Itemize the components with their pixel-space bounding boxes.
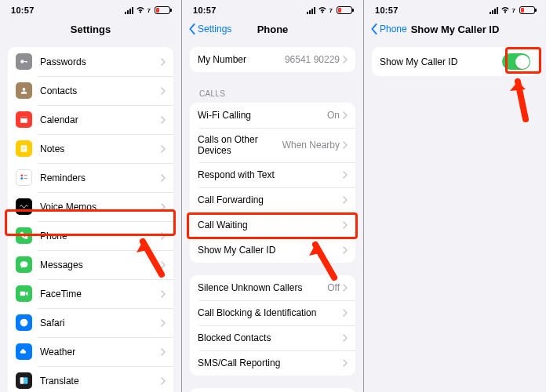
row-label: Passwords [40, 56, 161, 67]
chevron-right-icon [161, 319, 166, 327]
chevron-right-icon [161, 377, 166, 385]
row-label: Phone [40, 230, 161, 241]
svg-rect-12 [24, 175, 27, 176]
battery-icon [337, 6, 352, 14]
row-label: Notes [40, 143, 161, 154]
row-call-waiting[interactable]: Call Waiting [190, 212, 355, 238]
weather-icon [16, 343, 32, 360]
row-label: Respond with Text [198, 169, 343, 180]
status-indicators: 7 [125, 6, 170, 15]
status-bar: 10:57 7 [364, 0, 546, 17]
chevron-right-icon [343, 171, 348, 179]
row-call-forwarding[interactable]: Call Forwarding [190, 187, 355, 212]
page-title: Settings [71, 24, 111, 35]
row-wi-fi-calling[interactable]: Wi-Fi CallingOn [190, 103, 355, 128]
status-time: 10:57 [193, 5, 217, 15]
row-label: Messages [40, 260, 161, 270]
settings-row-messages[interactable]: Messages [8, 250, 173, 279]
row-label: Translate [40, 376, 161, 387]
chevron-right-icon [161, 232, 166, 240]
chevron-right-icon [161, 290, 166, 298]
nav-bar: Settings Phone [182, 17, 363, 41]
settings-row-notes[interactable]: Notes [8, 134, 173, 163]
safari-icon [16, 314, 32, 331]
settings-row-facetime[interactable]: FaceTime [8, 279, 173, 308]
row-blocked-contacts[interactable]: Blocked Contacts [190, 325, 355, 350]
cellular-icon [490, 7, 498, 14]
row-label: Silence Unknown Callers [198, 282, 327, 293]
my-number-row[interactable]: My Number 96541 90229 [190, 47, 355, 72]
row-respond-with-text[interactable]: Respond with Text [190, 162, 355, 187]
facetime-icon [16, 285, 32, 302]
chevron-right-icon [343, 111, 348, 119]
settings-row-translate[interactable]: Translate [8, 366, 173, 392]
contacts-icon [16, 82, 32, 99]
row-label: Weather [40, 347, 161, 358]
row-value: On [327, 110, 340, 121]
settings-row-safari[interactable]: Safari [8, 308, 173, 337]
row-value: Off [327, 282, 340, 293]
row-label: Wi-Fi Calling [198, 110, 327, 121]
settings-list[interactable]: PasswordsContactsCalendarNotesRemindersV… [0, 41, 181, 392]
row-label: Call Blocking & Identification [198, 307, 343, 318]
reminders-icon [16, 169, 32, 186]
back-label: Phone [380, 24, 407, 34]
chevron-right-icon [343, 221, 348, 229]
settings-row-passwords[interactable]: Passwords [8, 47, 173, 76]
settings-row-weather[interactable]: Weather [8, 337, 173, 366]
row-calls-on-other-devices[interactable]: Calls on Other DevicesWhen Nearby [190, 128, 355, 162]
status-indicators: 7 [307, 6, 352, 15]
back-button[interactable]: Phone [370, 24, 407, 34]
nav-bar: Phone Show My Caller ID [364, 17, 546, 41]
dial-assist-row[interactable]: Dial Assist [190, 388, 355, 392]
row-label: Call Forwarding [198, 194, 343, 205]
svg-rect-14 [20, 292, 26, 296]
row-silence-unknown-callers[interactable]: Silence Unknown CallersOff [190, 275, 355, 300]
battery-icon [155, 6, 170, 14]
calendar-icon [16, 111, 32, 128]
svg-rect-13 [24, 178, 27, 179]
chevron-right-icon [161, 174, 166, 182]
settings-screen: 10:57 7 Settings PasswordsContactsCalend… [0, 0, 182, 392]
row-label: My Number [198, 54, 285, 65]
row-show-my-caller-id[interactable]: Show My Caller ID [190, 238, 355, 263]
chevron-right-icon [161, 203, 166, 211]
wifi-icon [500, 6, 510, 15]
show-caller-id-toggle[interactable] [502, 53, 530, 70]
chevron-right-icon [161, 87, 166, 95]
row-call-blocking-identification[interactable]: Call Blocking & Identification [190, 300, 355, 325]
status-time: 10:57 [11, 5, 35, 15]
battery-percent: 7 [512, 7, 515, 14]
row-label: Contacts [40, 85, 161, 96]
messages-icon [16, 256, 32, 273]
wifi-icon [318, 6, 327, 15]
chevron-right-icon [161, 145, 166, 153]
settings-row-voice-memos[interactable]: Voice Memos [8, 192, 173, 221]
settings-row-contacts[interactable]: Contacts [8, 76, 173, 105]
chevron-right-icon [161, 348, 166, 356]
settings-row-reminders[interactable]: Reminders [8, 163, 173, 192]
chevron-right-icon [161, 116, 166, 124]
settings-row-calendar[interactable]: Calendar [8, 105, 173, 134]
row-sms-call-reporting[interactable]: SMS/Call Reporting [190, 350, 355, 376]
row-label: SMS/Call Reporting [198, 358, 343, 368]
row-label: Show My Caller ID [198, 245, 343, 256]
show-caller-id-row[interactable]: Show My Caller ID [372, 47, 538, 76]
row-value: 96541 90229 [285, 54, 340, 65]
settings-row-phone[interactable]: Phone [8, 221, 173, 250]
row-label: Safari [40, 318, 161, 328]
caller-id-screen: 10:57 7 Phone Show My Caller ID Show My … [364, 0, 546, 392]
nav-bar: Settings [0, 17, 181, 41]
cellular-icon [307, 7, 315, 14]
chevron-right-icon [343, 196, 348, 204]
page-title: Show My Caller ID [411, 24, 500, 35]
back-button[interactable]: Settings [188, 24, 231, 34]
battery-icon [519, 6, 535, 14]
row-label: Reminders [40, 172, 161, 183]
phone-settings-list[interactable]: My Number 96541 90229 CALLS Wi-Fi Callin… [182, 41, 363, 392]
chevron-right-icon [343, 309, 348, 317]
svg-point-10 [20, 174, 23, 176]
back-label: Settings [198, 24, 231, 34]
caller-id-content: Show My Caller ID [364, 41, 546, 392]
status-time: 10:57 [375, 5, 399, 15]
